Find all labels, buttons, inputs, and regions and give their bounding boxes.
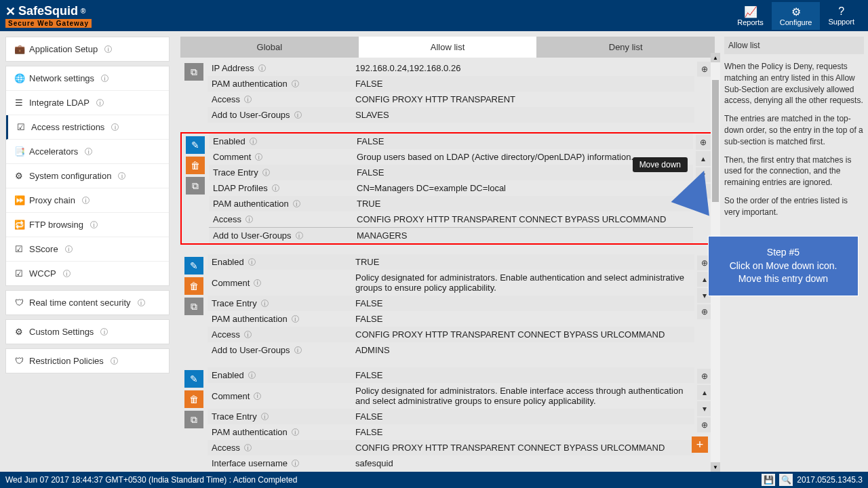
content-scroll: ⧉ IP Addressi192.168.0.24,192.168.0.26 P… (175, 58, 720, 472)
gear-icon: ⚙ (780, 5, 812, 18)
info-icon: i (244, 96, 252, 103)
configure-button[interactable]: ⚙Configure (772, 2, 821, 30)
sidebar-item-custom[interactable]: ⚙Custom Settingsi (6, 320, 169, 344)
chart-icon: 📈 (737, 5, 764, 18)
info-icon: i (292, 460, 299, 467)
info-icon: i (293, 200, 300, 207)
info-icon: i (244, 331, 252, 338)
info-icon: i (101, 75, 108, 82)
help-text: Then, the first entry that matches is us… (724, 155, 864, 188)
main-area: Global Allow list Deny list ⧉ IP Address… (175, 31, 720, 472)
check-icon: ☑ (16, 122, 26, 132)
step-callout: Step #5 Click on Move down icon. Move th… (708, 236, 859, 296)
move-top-button[interactable]: ⊕ (697, 62, 712, 77)
clone-button[interactable]: ⧉ (184, 298, 203, 315)
entry-2: ✎ 🗑 ⧉ EnablediTRUE CommentiPolicy design… (180, 254, 715, 358)
sidebar-item-network[interactable]: 🌐Network settingsi (6, 66, 169, 91)
save-button[interactable]: 💾 (762, 474, 775, 486)
help-text: When the Policy is Deny, requests matchi… (724, 61, 864, 106)
app-header: ✕ SafeSquid® Secure Web Gateway 📈Reports… (0, 0, 868, 31)
clone-button[interactable]: ⧉ (184, 63, 203, 81)
status-bar: Wed Jun 07 2017 18:44:37 GMT+0530 (India… (0, 472, 868, 488)
info-icon: i (111, 357, 118, 365)
info-icon: i (96, 99, 104, 106)
help-title: Allow list (724, 37, 864, 54)
check-icon: ☑ (14, 244, 24, 254)
delete-button[interactable]: 🗑 (186, 157, 205, 174)
info-icon: i (100, 328, 108, 336)
move-up-button[interactable]: ▴ (696, 151, 711, 166)
support-button[interactable]: ?Support (820, 2, 863, 30)
info-icon: i (255, 153, 262, 161)
callout-line: Click on Move down icon. (719, 260, 847, 273)
sidebar-item-proxy[interactable]: ⏩Proxy chaini (6, 188, 169, 213)
brand-name: SafeSquid (18, 4, 78, 18)
logo-area: ✕ SafeSquid® Secure Web Gateway (5, 4, 92, 28)
add-entry-button[interactable]: + (692, 436, 708, 453)
tab-deny[interactable]: Deny list (536, 37, 715, 58)
shield-icon: 🛡 (14, 356, 24, 366)
sidebar-item-realtime[interactable]: 🛡Real time content securityi (6, 291, 169, 314)
info-icon: i (261, 300, 269, 307)
info-icon: i (248, 258, 256, 266)
sidebar-item-access[interactable]: ☑Access restrictionsi (6, 115, 169, 140)
info-icon: i (85, 148, 92, 155)
sidebar-item-wccp[interactable]: ☑WCCPi (6, 262, 169, 285)
sidebar-item-ftp[interactable]: 🔁FTP browsingi (6, 213, 169, 237)
reports-button[interactable]: 📈Reports (729, 2, 772, 30)
scroll-up-icon[interactable]: ▲ (711, 53, 720, 62)
move-bottom-button[interactable]: ⊕ (697, 304, 712, 319)
sidebar-item-sysconfig[interactable]: ⚙System configurationi (6, 164, 169, 188)
move-bottom-button[interactable]: ⊕ (697, 418, 712, 432)
move-up-button[interactable]: ▴ (697, 385, 712, 400)
brand-tagline: Secure Web Gateway (5, 19, 92, 28)
tab-global[interactable]: Global (180, 37, 359, 58)
move-top-button[interactable]: ⊕ (696, 135, 711, 150)
edit-button[interactable]: ✎ (186, 136, 205, 154)
sidebar-item-restriction[interactable]: 🛡Restriction Policiesi (6, 349, 169, 373)
search-button[interactable]: 🔍 (779, 474, 793, 486)
entry-1: ✎ 🗑 ⧉ EnablediFALSE CommentiGroup users … (180, 132, 715, 245)
check-icon: ☑ (14, 268, 24, 279)
sliders-icon: ⚙ (14, 327, 24, 337)
clone-button[interactable]: ⧉ (186, 177, 205, 195)
tab-allow[interactable]: Allow list (359, 37, 537, 58)
info-icon: i (254, 279, 261, 287)
info-icon: i (138, 299, 145, 306)
help-text: So the order of the entries listed is ve… (724, 195, 864, 218)
info-icon: i (111, 123, 119, 131)
cog-icon: ⚙ (14, 171, 24, 181)
info-icon: i (292, 80, 299, 87)
shield-icon: 🛡 (14, 298, 24, 308)
info-icon: i (248, 371, 256, 379)
help-icon: ? (828, 5, 854, 18)
briefcase-icon: 💼 (14, 44, 24, 54)
clone-button[interactable]: ⧉ (184, 411, 203, 428)
move-down-button[interactable]: ▾ (697, 401, 712, 416)
info-icon: i (262, 169, 270, 176)
tab-bar: Global Allow list Deny list (180, 37, 715, 58)
sidebar: 💼Application Setupi 🌐Network settingsi ☰… (0, 31, 175, 472)
callout-title: Step #5 (719, 246, 847, 260)
edit-button[interactable]: ✎ (184, 370, 203, 388)
delete-button[interactable]: 🗑 (184, 390, 203, 408)
delete-button[interactable]: 🗑 (184, 277, 203, 295)
info-icon: i (261, 413, 269, 420)
sidebar-item-app-setup[interactable]: 💼Application Setupi (6, 37, 169, 61)
edit-button[interactable]: ✎ (184, 257, 203, 274)
info-icon: i (104, 45, 112, 53)
scroll-down-icon[interactable]: ▼ (711, 462, 720, 472)
callout-line: Move this entry down (719, 272, 847, 286)
info-icon: i (292, 315, 299, 323)
info-icon: i (65, 245, 73, 253)
wrench-icon: ✕ (5, 4, 16, 19)
info-icon: i (292, 428, 299, 436)
info-icon: i (250, 138, 257, 145)
brand-logo: ✕ SafeSquid® (5, 4, 92, 19)
sidebar-item-ldap[interactable]: ☰Integrate LDAPi (6, 91, 169, 115)
info-icon: i (245, 216, 253, 223)
move-top-button[interactable]: ⊕ (697, 369, 712, 384)
sidebar-item-sscore[interactable]: ☑SScorei (6, 237, 169, 262)
info-icon: i (90, 221, 98, 228)
sidebar-item-accelerators[interactable]: 📑Acceleratorsi (6, 140, 169, 164)
